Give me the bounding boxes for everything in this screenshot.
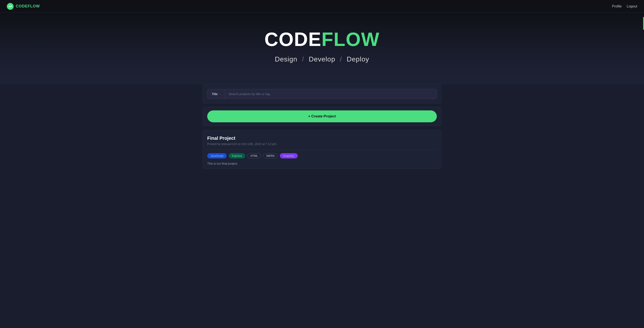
hero-title-code: CODE	[264, 29, 322, 50]
search-filter-button[interactable]: Title ⌄	[208, 89, 225, 99]
navbar: CODEFLOW Profile Logout	[0, 0, 644, 13]
hero-separator-2: /	[340, 55, 344, 63]
hero-subtitle-develop: Develop	[309, 55, 335, 63]
hero-subtitle: Design / Develop / Deploy	[275, 55, 369, 63]
create-project-section: + Create Project	[203, 107, 441, 126]
project-tags: JavaScript Express HTML MERN GraphQL	[207, 153, 437, 159]
hero-title: CODEFLOW	[264, 30, 380, 49]
search-filter-label: Title	[212, 92, 218, 96]
right-accent-bar	[643, 17, 644, 30]
codeflow-logo-icon	[7, 3, 14, 10]
tag-javascript[interactable]: JavaScript	[207, 153, 226, 159]
create-project-button[interactable]: + Create Project	[207, 110, 437, 122]
search-row: Title ⌄	[207, 89, 437, 99]
hero-title-flow: FLOW	[322, 29, 380, 50]
tag-express[interactable]: Express	[229, 153, 245, 159]
nav-logout-link[interactable]: Logout	[627, 4, 637, 8]
tag-graphql[interactable]: GraphQL	[280, 153, 298, 159]
project-title: Final Project	[207, 136, 437, 141]
nav-links: Profile Logout	[612, 4, 637, 8]
search-input[interactable]	[225, 89, 436, 99]
main-content: Title ⌄ + Create Project Final Project P…	[182, 84, 462, 169]
project-description: This is our final project.	[207, 162, 437, 169]
project-divider	[207, 150, 437, 150]
hero-section: CODEFLOW Design / Develop / Deploy	[0, 13, 644, 84]
project-card: Final Project Posted by testuser123 on O…	[203, 130, 441, 169]
brand-text: CODEFLOW	[16, 4, 40, 8]
search-section: Title ⌄	[203, 84, 441, 103]
brand-logo[interactable]: CODEFLOW	[7, 3, 40, 10]
chevron-down-icon: ⌄	[219, 93, 221, 95]
hero-subtitle-deploy: Deploy	[347, 55, 369, 63]
tag-html[interactable]: HTML	[247, 153, 261, 159]
nav-profile-link[interactable]: Profile	[612, 4, 622, 8]
hero-subtitle-design: Design	[275, 55, 298, 63]
project-meta: Posted by testuser123 on Oct 13th, 2022 …	[207, 142, 437, 146]
tag-mern[interactable]: MERN	[263, 153, 278, 159]
hero-separator-1: /	[302, 55, 306, 63]
